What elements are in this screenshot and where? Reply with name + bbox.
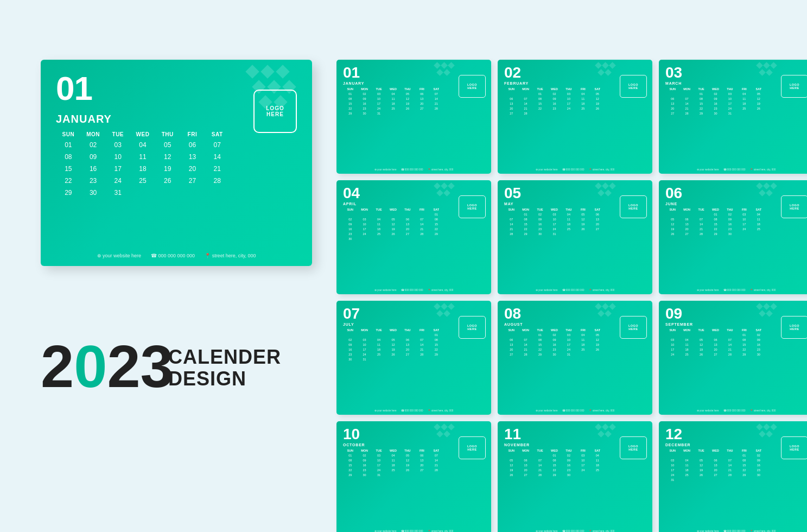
logo-line1: LOGO bbox=[266, 105, 284, 111]
sc-footer-04: ⊕ your website here☎ 000 000 000 000📍 st… bbox=[336, 289, 491, 292]
small-cal-03: 03 MARCH SUNMONTUEWEDTHUFRISAT 010203040… bbox=[659, 60, 807, 174]
sc-diamonds-12 bbox=[757, 424, 777, 438]
day-11: 11 bbox=[130, 151, 155, 163]
sc-footer-07: ⊕ your website here☎ 000 000 000 000📍 st… bbox=[336, 409, 491, 412]
day-header-sat: SAT bbox=[205, 130, 230, 139]
day-04: 04 bbox=[130, 139, 155, 151]
day-header-wed: WED bbox=[130, 130, 155, 139]
sc-logo-12: LOGOHERE bbox=[781, 436, 807, 459]
sc-footer-05: ⊕ your website here☎ 000 000 000 000📍 st… bbox=[498, 289, 652, 292]
sc-grid-04: SUNMONTUEWEDTHUFRISAT 01 02030405060708 … bbox=[343, 207, 443, 241]
sc-diamonds-08 bbox=[595, 303, 615, 318]
sc-diamonds-05 bbox=[595, 183, 615, 197]
sc-logo-06: LOGOHERE bbox=[781, 195, 807, 218]
small-cal-12: 12 DECEMBER SUNMONTUEWEDTHUFRISAT 0102 0… bbox=[659, 421, 807, 532]
day-10: 10 bbox=[105, 151, 130, 163]
day-08: 08 bbox=[56, 151, 81, 163]
sc-grid-06: SUNMONTUEWEDTHUFRISAT 01020304 050607080… bbox=[665, 207, 766, 236]
day-22: 22 bbox=[56, 175, 81, 187]
sc-diamonds-06 bbox=[757, 183, 777, 197]
sc-grid-08: SUNMONTUEWEDTHUFRISAT 0102030405 0607080… bbox=[504, 328, 605, 357]
small-cal-06: 06 JUNE SUNMONTUEWEDTHUFRISAT 01020304 0… bbox=[659, 180, 807, 294]
sc-diamonds-10 bbox=[434, 424, 454, 438]
day-12: 12 bbox=[155, 151, 180, 163]
day-24: 24 bbox=[105, 175, 130, 187]
day-header-fri: FRI bbox=[180, 130, 205, 139]
day-29: 29 bbox=[56, 187, 81, 199]
footer-address: 📍 street here, city, 000 bbox=[205, 253, 256, 258]
sc-grid-01: SUNMONTUEWEDTHUFRISAT 01020304050607 080… bbox=[343, 87, 443, 116]
small-cal-04: 04 APRIL SUNMONTUEWEDTHUFRISAT 01 020304… bbox=[336, 180, 491, 294]
sc-grid-09: SUNMONTUEWEDTHUFRISAT 0102 0304050607080… bbox=[665, 328, 766, 357]
sc-logo-03: LOGOHERE bbox=[781, 75, 807, 98]
day-header-mon: MON bbox=[81, 130, 106, 139]
day-31: 31 bbox=[105, 187, 130, 199]
day-21: 21 bbox=[205, 163, 230, 175]
day-03: 03 bbox=[105, 139, 130, 151]
main-logo-box: LOGO HERE bbox=[253, 90, 297, 133]
small-cal-01: 01 JANUARY SUNMONTUEWEDTHUFRISAT 0102030… bbox=[336, 60, 491, 174]
sc-footer-03: ⊕ your website here☎ 000 000 000 000📍 st… bbox=[659, 168, 807, 171]
day-27: 27 bbox=[180, 175, 205, 187]
day-16: 16 bbox=[81, 163, 106, 175]
day-02: 02 bbox=[81, 139, 106, 151]
small-cal-05: 05 MAY SUNMONTUEWEDTHUFRISAT 01020304050… bbox=[498, 180, 652, 294]
year-digit-23: 23 bbox=[107, 333, 173, 400]
day-30: 30 bbox=[81, 187, 106, 199]
day-17: 17 bbox=[105, 163, 130, 175]
sc-footer-11: ⊕ your website here☎ 000 000 000 000📍 st… bbox=[498, 530, 652, 532]
sc-diamonds-09 bbox=[757, 303, 777, 318]
sc-footer-06: ⊕ your website here☎ 000 000 000 000📍 st… bbox=[659, 289, 807, 292]
day-15: 15 bbox=[56, 163, 81, 175]
day-20: 20 bbox=[180, 163, 205, 175]
day-23: 23 bbox=[81, 175, 106, 187]
sc-grid-12: SUNMONTUEWEDTHUFRISAT 0102 0304050607080… bbox=[665, 448, 766, 482]
sc-grid-07: SUNMONTUEWEDTHUFRISAT 01 02030405060708 … bbox=[343, 328, 443, 362]
sc-diamonds-07 bbox=[434, 303, 454, 318]
year-display: 2023 bbox=[41, 337, 174, 396]
sc-footer-12: ⊕ your website here☎ 000 000 000 000📍 st… bbox=[659, 530, 807, 532]
sc-footer-01: ⊕ your website here☎ 000 000 000 000📍 st… bbox=[336, 168, 491, 171]
sc-diamonds-03 bbox=[757, 62, 777, 77]
sc-diamonds-01 bbox=[434, 62, 454, 77]
year-digit-0: 0 bbox=[74, 333, 107, 400]
small-cal-02: 02 FEBRUARY SUNMONTUEWEDTHUFRISAT 010203… bbox=[498, 60, 652, 174]
small-cal-11: 11 NOVEMBER SUNMONTUEWEDTHUFRISAT 010203… bbox=[498, 421, 652, 532]
day-28: 28 bbox=[205, 175, 230, 187]
main-calendar-grid: SUN MON TUE WED THU FRI SAT 01 02 03 04 … bbox=[56, 130, 230, 199]
day-09: 09 bbox=[81, 151, 106, 163]
sc-logo-11: LOGOHERE bbox=[620, 436, 647, 459]
sc-logo-07: LOGOHERE bbox=[459, 316, 486, 339]
design-label: DESIGN bbox=[168, 368, 281, 390]
day-header-tue: TUE bbox=[105, 130, 130, 139]
day-18: 18 bbox=[130, 163, 155, 175]
sc-footer-10: ⊕ your website here☎ 000 000 000 000📍 st… bbox=[336, 530, 491, 532]
day-01: 01 bbox=[56, 139, 81, 151]
logo-line2: HERE bbox=[266, 111, 284, 117]
sc-grid-11: SUNMONTUEWEDTHUFRISAT 01020304 050607080… bbox=[504, 448, 605, 477]
sc-logo-04: LOGOHERE bbox=[459, 195, 486, 218]
sc-logo-10: LOGOHERE bbox=[459, 436, 486, 459]
calender-label: CALENDER bbox=[168, 346, 281, 368]
small-cal-08: 08 AUGUST SUNMONTUEWEDTHUFRISAT 01020304… bbox=[498, 301, 652, 415]
day-19: 19 bbox=[155, 163, 180, 175]
main-footer: ⊕ your website here ☎ 000 000 000 000 📍 … bbox=[41, 253, 312, 258]
small-calendars-grid: 01 JANUARY SUNMONTUEWEDTHUFRISAT 0102030… bbox=[336, 60, 807, 532]
day-06: 06 bbox=[180, 139, 205, 151]
day-13: 13 bbox=[180, 151, 205, 163]
day-header-sun: SUN bbox=[56, 130, 81, 139]
sc-logo-08: LOGOHERE bbox=[620, 316, 647, 339]
small-cal-09: 09 SEPTEMBER SUNMONTUEWEDTHUFRISAT 0102 … bbox=[659, 301, 807, 415]
year-digit-2: 2 bbox=[41, 333, 74, 400]
sc-logo-09: LOGOHERE bbox=[781, 316, 807, 339]
day-26: 26 bbox=[155, 175, 180, 187]
calender-design-label: CALENDER DESIGN bbox=[168, 346, 281, 389]
sc-diamonds-11 bbox=[595, 424, 615, 438]
sc-footer-08: ⊕ your website here☎ 000 000 000 000📍 st… bbox=[498, 409, 652, 412]
small-cal-07: 07 JULY SUNMONTUEWEDTHUFRISAT 01 0203040… bbox=[336, 301, 491, 415]
footer-website: ⊕ your website here bbox=[97, 253, 142, 258]
sc-grid-02: SUNMONTUEWEDTHUFRISAT 0102030405 0607080… bbox=[504, 87, 605, 116]
sc-logo-02: LOGOHERE bbox=[620, 75, 647, 98]
main-calendar: 01 JANUARY SUN MON TUE WED THU FRI SAT 0… bbox=[41, 60, 312, 266]
sc-footer-09: ⊕ your website here☎ 000 000 000 000📍 st… bbox=[659, 409, 807, 412]
